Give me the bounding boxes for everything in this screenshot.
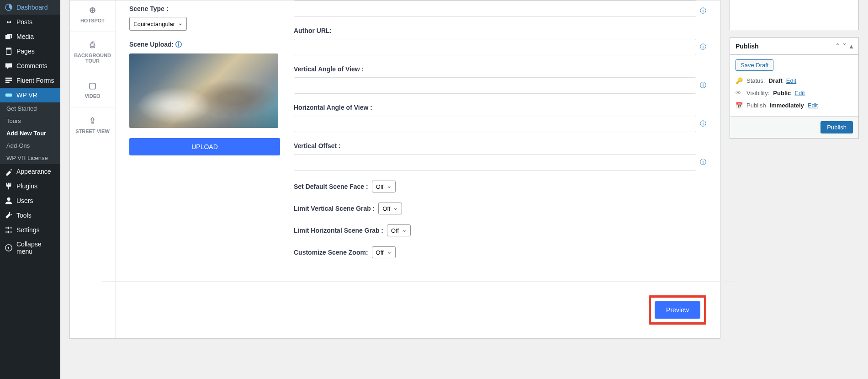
bgtour-icon: ⎙ [74, 40, 111, 50]
publish-immediately: immediately [770, 102, 804, 109]
tab-street-view[interactable]: ⇪ STREET VIEW [70, 107, 115, 142]
svg-rect-5 [5, 80, 12, 81]
help-icon[interactable]: ⓘ [700, 7, 706, 15]
vr-icon [5, 91, 13, 99]
publish-box: Publish ˄ ˅ ▴ Save Draft 🔑 Status: Draft… [730, 37, 859, 139]
zoom-select[interactable]: Off [372, 246, 396, 258]
top-input[interactable] [294, 0, 696, 17]
menu-collapse[interactable]: Collapse menu [0, 237, 60, 258]
menu-label: Fluent Forms [16, 77, 54, 84]
pages-icon [5, 47, 13, 55]
limit-v-select[interactable]: Off [378, 203, 402, 214]
voffset-label: Vertical Offset : [294, 142, 706, 149]
menu-dashboard[interactable]: Dashboard [0, 0, 60, 15]
panel-up-icon[interactable]: ˄ [836, 43, 839, 50]
tab-label: BACKGROUND TOUR [74, 53, 111, 64]
menu-media[interactable]: Media [0, 29, 60, 44]
forms-icon [5, 76, 13, 85]
calendar-icon: 📅 [736, 102, 743, 109]
svg-rect-11 [8, 227, 9, 229]
publish-button[interactable]: Publish [820, 121, 853, 133]
streetview-icon: ⇪ [74, 116, 111, 126]
menu-tools[interactable]: Tools [0, 208, 60, 223]
default-face-select[interactable]: Off [372, 181, 396, 192]
plugins-icon [5, 182, 13, 190]
panel-toggle-icon[interactable]: ▴ [850, 43, 853, 50]
author-url-input[interactable] [294, 39, 696, 55]
help-icon[interactable]: ⓘ [700, 158, 706, 166]
visibility-label: Visibility: [746, 90, 769, 96]
tab-background-tour[interactable]: ⎙ BACKGROUND TOUR [70, 32, 115, 72]
edit-status-link[interactable]: Edit [786, 77, 796, 84]
sub-license[interactable]: WP VR License [0, 152, 60, 164]
sub-add-new-tour[interactable]: Add New Tour [0, 127, 60, 139]
svg-point-8 [7, 198, 10, 201]
menu-label: WP VR [16, 91, 37, 99]
svg-rect-1 [5, 35, 11, 39]
scene-type-select[interactable]: Equirectangular [129, 17, 187, 31]
edit-date-link[interactable]: Edit [808, 102, 818, 109]
menu-pages[interactable]: Pages [0, 44, 60, 59]
preview-button[interactable]: Preview [655, 301, 700, 319]
tab-video[interactable]: ▢ VIDEO [70, 72, 115, 107]
limit-h-select[interactable]: Off [387, 224, 411, 236]
menu-fluent-forms[interactable]: Fluent Forms [0, 73, 60, 88]
svg-rect-4 [5, 78, 12, 79]
help-icon[interactable]: ⓘ [175, 41, 182, 48]
visibility-value: Public [773, 90, 791, 96]
tab-label: HOTSPOT [80, 18, 105, 23]
settings-icon [5, 226, 13, 234]
key-icon: 🔑 [736, 77, 743, 84]
panel-down-icon[interactable]: ˅ [843, 43, 846, 50]
menu-settings[interactable]: Settings [0, 223, 60, 237]
svg-rect-12 [5, 232, 8, 233]
help-icon[interactable]: ⓘ [700, 120, 706, 128]
scene-upload-label: Scene Upload: ⓘ [129, 41, 280, 49]
menu-posts[interactable]: Posts [0, 15, 60, 29]
limit-h-label: Limit Horizontal Scene Grab : [294, 227, 383, 234]
admin-sidebar: Dashboard Posts Media Pages Comments Flu… [0, 0, 60, 379]
voffset-input[interactable] [294, 154, 696, 171]
default-face-label: Set Default Scene Face : [294, 183, 368, 190]
sub-addons[interactable]: Add-Ons [0, 139, 60, 152]
top-meta-box [730, 0, 859, 30]
hotspot-icon: ⊕ [74, 5, 111, 15]
author-url-label: Author URL: [294, 27, 706, 34]
menu-label: Appearance [16, 168, 51, 175]
help-icon[interactable]: ⓘ [700, 81, 706, 90]
menu-label: Pages [16, 48, 35, 55]
sub-tours[interactable]: Tours [0, 115, 60, 127]
svg-rect-3 [6, 48, 11, 50]
publish-label: Publish [746, 102, 766, 109]
menu-label: Tools [16, 212, 32, 219]
sub-get-started[interactable]: Get Started [0, 102, 60, 115]
video-icon: ▢ [74, 80, 111, 91]
dashboard-icon [5, 3, 13, 11]
status-value: Draft [768, 77, 782, 84]
menu-wpvr[interactable]: WP VR [0, 88, 60, 102]
menu-appearance[interactable]: Appearance [0, 164, 60, 179]
svg-rect-13 [10, 232, 12, 233]
save-draft-button[interactable]: Save Draft [736, 59, 773, 71]
tools-icon [5, 211, 13, 219]
preview-highlight: Preview [649, 295, 706, 325]
comments-icon [5, 62, 13, 70]
upload-button[interactable]: UPLOAD [129, 138, 280, 155]
menu-plugins[interactable]: Plugins [0, 179, 60, 193]
users-icon [5, 197, 13, 205]
edit-visibility-link[interactable]: Edit [794, 90, 804, 96]
menu-comments[interactable]: Comments [0, 59, 60, 73]
menu-label: Comments [16, 62, 48, 69]
vaov-input[interactable] [294, 77, 696, 94]
haov-label: Horizontal Angle of View : [294, 104, 706, 111]
help-icon[interactable]: ⓘ [700, 43, 706, 51]
pin-icon [5, 18, 13, 26]
svg-rect-7 [5, 93, 12, 96]
collapse-icon [5, 244, 13, 252]
tab-hotspot[interactable]: ⊕ HOTSPOT [70, 0, 115, 32]
scene-panel: ⊕ HOTSPOT ⎙ BACKGROUND TOUR ▢ VIDEO ⇪ [69, 0, 720, 339]
panel-tabs: ⊕ HOTSPOT ⎙ BACKGROUND TOUR ▢ VIDEO ⇪ [70, 0, 116, 338]
menu-users[interactable]: Users [0, 193, 60, 208]
haov-input[interactable] [294, 116, 696, 132]
menu-label: Media [16, 33, 34, 40]
